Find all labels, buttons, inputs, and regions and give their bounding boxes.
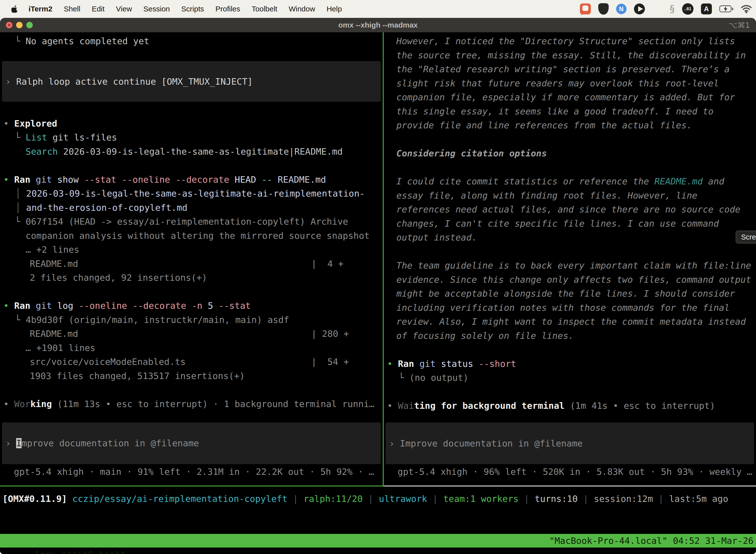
menu-bar: iTerm2ShellEditViewSessionScriptsProfile… bbox=[0, 0, 756, 18]
left-session-status: gpt-5.4 xhigh · main · 91% left · 2.31M … bbox=[0, 465, 383, 479]
git-show-arg-1: │ 2026-03-09-is-legal-the-same-as-legiti… bbox=[0, 187, 383, 201]
battery-icon[interactable] bbox=[719, 5, 733, 13]
dark-wedge-icon[interactable] bbox=[634, 3, 645, 14]
prompt-icon: › bbox=[5, 76, 16, 87]
explored-search: Search 2026-03-09-is-legal-the-same-as-l… bbox=[0, 145, 383, 159]
terminal-line: companion file, especially if more comme… bbox=[384, 90, 756, 105]
right-input-placeholder: Improve documentation in @filename bbox=[400, 438, 583, 448]
thinking-p2: I could cite commit statistics or refere… bbox=[384, 174, 756, 189]
explored-list: └ List git ls-files bbox=[0, 130, 383, 145]
iterm-window: omx --xhigh --madmax ⌥⌘1 └ No agents com… bbox=[0, 18, 756, 554]
left-input-placeholder: mprove documentation in @filename bbox=[21, 438, 199, 448]
working-status: • Working (11m 13s • esc to interrupt) ·… bbox=[0, 397, 383, 411]
waiting-status: • Waiting for background terminal (1m 41… bbox=[384, 399, 756, 413]
thinking-heading: Considering citation options bbox=[384, 147, 756, 161]
tmux-status-bar: [omx-cczip0:bash* "MacBook-Pro-44.local"… bbox=[0, 534, 756, 548]
diffstat-count: | 54 + bbox=[311, 355, 349, 369]
terminal-content: └ No agents completed yet › Ralph loop a… bbox=[0, 32, 756, 554]
terminal-line: essay file, along with finding root file… bbox=[384, 189, 756, 203]
prompt-icon: › bbox=[389, 438, 400, 448]
terminal-line bbox=[0, 159, 383, 173]
shield-grid-icon[interactable] bbox=[598, 3, 609, 15]
omx-status-line: [OMX#0.11.9] cczip/essay/ai-reimplementa… bbox=[2, 492, 728, 506]
explored-header: • Explored bbox=[0, 117, 383, 131]
terminal-line: output instead. bbox=[384, 231, 756, 245]
terminal-line: changes, I can't cite specific file line… bbox=[384, 217, 756, 231]
terminal-line: might be acceptable alongside the file l… bbox=[384, 287, 756, 301]
left-input-box[interactable]: › Improve documentation in @filename bbox=[2, 423, 381, 464]
right-input-box[interactable]: › Improve documentation in @filename bbox=[386, 423, 754, 464]
terminal-line: review. Also, I might want to inspect th… bbox=[384, 315, 756, 329]
terminal-line: provide file and line references from th… bbox=[384, 118, 756, 132]
window-shortcut-badge: ⌥⌘1 bbox=[729, 20, 750, 30]
pane-left[interactable]: └ No agents completed yet › Ralph loop a… bbox=[0, 32, 383, 486]
gauge-badge-icon[interactable]: ..61 bbox=[682, 3, 693, 15]
terminal-line: references need actual files, and since … bbox=[384, 203, 756, 217]
pane-bottom-border-active bbox=[0, 486, 383, 487]
git-show-commit: └ 067f154 (HEAD -> essay/ai-reimplementa… bbox=[0, 215, 383, 229]
menu-item-shell[interactable]: Shell bbox=[64, 5, 80, 13]
ralph-inject-text: Ralph loop active continue [OMX_TMUX_INJ… bbox=[16, 76, 253, 87]
wifi-icon[interactable] bbox=[741, 4, 752, 13]
close-button[interactable] bbox=[6, 22, 12, 28]
pane-right[interactable]: However, I noticed the "Directory Struct… bbox=[384, 32, 756, 486]
menu-item-session[interactable]: Session bbox=[143, 5, 170, 13]
window-title: omx --xhigh --madmax bbox=[338, 21, 418, 29]
git-log-more: … +1901 lines bbox=[0, 341, 383, 355]
squiggle-icon[interactable]: § bbox=[670, 3, 675, 15]
menu-item-scripts[interactable]: Scripts bbox=[181, 5, 204, 13]
terminal-line bbox=[384, 245, 756, 259]
menu-item-profiles[interactable]: Profiles bbox=[215, 5, 240, 13]
right-session-status: gpt-5.4 xhigh · 96% left · 520K in · 5.8… bbox=[384, 465, 756, 479]
tmux-session-window[interactable]: [omx-cczip0:bash* bbox=[34, 549, 126, 554]
terminal-line: of focusing solely on file lines. bbox=[384, 329, 756, 343]
terminal-line bbox=[384, 161, 756, 175]
ralph-inject-box: › Ralph loop active continue [OMX_TMUX_I… bbox=[2, 61, 381, 102]
git-log-stat-voice: src/voice/voiceModeEnabled.ts| 54 + bbox=[0, 355, 383, 369]
terminal-line: the "Related research writing" section i… bbox=[384, 62, 756, 76]
menu-status-icons: N § ..61 A bbox=[580, 3, 752, 15]
terminal-line: the source tree, missing the essay. Stil… bbox=[384, 48, 756, 63]
text-cursor: I bbox=[16, 438, 21, 448]
pane-bottom-border-inactive bbox=[384, 486, 756, 487]
git-log-summary: 1903 files changed, 513517 insertions(+) bbox=[0, 369, 383, 383]
ran-git-show: • Ran git show --stat --oneline --decora… bbox=[0, 173, 383, 187]
terminal-line: slight risk that future readers may over… bbox=[384, 76, 756, 91]
terminal-line bbox=[0, 285, 383, 299]
git-show-summary: 2 files changed, 92 insertions(+) bbox=[0, 271, 383, 285]
diffstat-count: | 4 + bbox=[311, 257, 343, 271]
terminal-line bbox=[384, 343, 756, 357]
thinking-p1: However, I noticed the "Directory Struct… bbox=[384, 34, 756, 48]
chat-app-icon[interactable] bbox=[580, 3, 591, 14]
zoom-button[interactable] bbox=[26, 22, 33, 28]
terminal-line: evidence. Since this change only affects… bbox=[384, 273, 756, 287]
tmux-host-clock: "MacBook-Pro-44.local" 04:52 31-Mar-26 bbox=[549, 534, 754, 548]
apple-menu-icon[interactable] bbox=[11, 5, 18, 13]
git-status-output: └ (no output) bbox=[384, 371, 756, 385]
minimize-button[interactable] bbox=[16, 22, 22, 28]
prompt-icon: › bbox=[5, 438, 16, 448]
blue-badge-icon[interactable]: N bbox=[616, 4, 627, 14]
menu-item-toolbelt[interactable]: Toolbelt bbox=[252, 5, 277, 13]
terminal-line: including verification notes with those … bbox=[384, 301, 756, 315]
menu-item-help[interactable]: Help bbox=[327, 5, 342, 13]
title-bar[interactable]: omx --xhigh --madmax ⌥⌘1 bbox=[0, 18, 756, 32]
menu-item-iterm2[interactable]: iTerm2 bbox=[28, 5, 52, 13]
dots-grid-icon[interactable] bbox=[652, 4, 662, 14]
diffstat-count: | 280 + bbox=[311, 327, 349, 341]
a-badge-icon[interactable]: A bbox=[701, 3, 712, 14]
menu-item-edit[interactable]: Edit bbox=[92, 5, 105, 13]
menu-item-view[interactable]: View bbox=[116, 5, 132, 13]
git-show-arg-2: │ and-the-erosion-of-copyleft.md bbox=[0, 201, 383, 215]
traffic-lights bbox=[6, 22, 33, 28]
omx-status-bar: [OMX#0.11.9] cczip/essay/ai-reimplementa… bbox=[2, 492, 728, 506]
thinking-p3: The team guideline is to back every impo… bbox=[384, 259, 756, 273]
git-log-commit: └ 4b9d30f (origin/main, instructkr/main,… bbox=[0, 313, 383, 327]
agents-status-line: └ No agents completed yet bbox=[0, 34, 383, 48]
screen-share-tooltip[interactable]: Scre bbox=[736, 231, 756, 243]
menu-item-window[interactable]: Window bbox=[289, 5, 315, 13]
ran-git-status: • Ran git status --short bbox=[384, 357, 756, 371]
git-log-stat-readme: README.md| 280 + bbox=[0, 327, 383, 341]
ran-git-log: • Ran git log --oneline --decorate -n 5 … bbox=[0, 299, 383, 313]
terminal-line bbox=[384, 385, 756, 399]
